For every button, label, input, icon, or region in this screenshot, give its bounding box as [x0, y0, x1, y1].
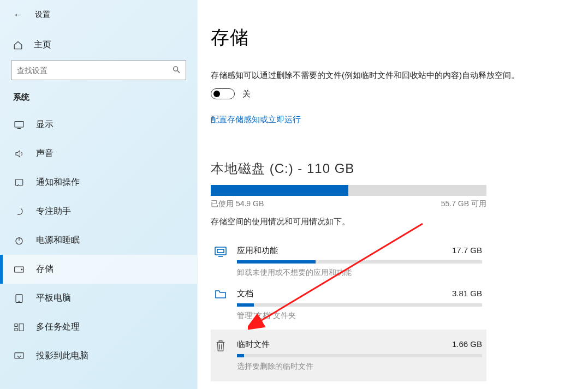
- sidebar-item-sound[interactable]: 声音: [0, 139, 197, 168]
- disk-free-label: 55.7 GB 可用: [441, 199, 486, 209]
- app-title: 设置: [35, 10, 50, 20]
- category-bar: [237, 260, 482, 264]
- sidebar-item-label: 平板电脑: [36, 292, 71, 304]
- apps-icon: [213, 246, 228, 258]
- category-bar: [237, 354, 482, 357]
- sidebar-nav: 显示 声音 通知和操作 专注助手 电源和睡眠: [0, 110, 197, 370]
- search-icon: [172, 65, 181, 76]
- sidebar-item-label: 显示: [36, 119, 54, 130]
- documents-icon: [213, 289, 228, 300]
- svg-point-0: [174, 67, 178, 71]
- storage-icon: [13, 266, 25, 273]
- sidebar-item-storage[interactable]: 存储: [0, 255, 197, 284]
- storage-sense-toggle-row: 关: [211, 88, 575, 99]
- svg-point-8: [21, 269, 22, 270]
- svg-rect-4: [15, 179, 23, 185]
- category-bar: [237, 303, 482, 307]
- tablet-icon: [13, 294, 25, 303]
- storage-sense-toggle[interactable]: [211, 88, 235, 99]
- home-icon: [13, 40, 23, 50]
- usage-note: 存储空间的使用情况和可用情况如下。: [211, 217, 575, 227]
- category-bar-fill: [237, 303, 254, 307]
- power-icon: [13, 236, 25, 246]
- sidebar-item-label: 多任务处理: [36, 321, 80, 333]
- project-icon: [13, 352, 25, 361]
- category-size: 17.7 GB: [452, 246, 482, 256]
- sidebar-home-label: 主页: [34, 39, 51, 51]
- category-temp-files[interactable]: 临时文件 1.66 GB 选择要删除的临时文件: [211, 330, 486, 381]
- disk-usage-fill: [211, 185, 348, 196]
- display-icon: [13, 121, 25, 129]
- category-body: 文档 3.81 GB 管理"文档"文件夹: [237, 289, 482, 321]
- category-label: 临时文件: [237, 339, 270, 350]
- svg-rect-2: [15, 121, 23, 127]
- storage-sense-description: 存储感知可以通过删除不需要的文件(例如临时文件和回收站中的内容)自动释放空间。: [211, 69, 575, 82]
- category-bar-fill: [237, 354, 244, 357]
- category-documents[interactable]: 文档 3.81 GB 管理"文档"文件夹: [211, 283, 486, 326]
- configure-storage-sense-link[interactable]: 配置存储感知或立即运行: [211, 115, 575, 125]
- sidebar-item-focus[interactable]: 专注助手: [0, 197, 197, 226]
- search-wrap: [11, 61, 186, 80]
- sidebar: ← 设置 主页 系统 显示 声音: [0, 0, 198, 389]
- disk-usage-bar: [211, 185, 486, 196]
- storage-categories: 应用和功能 17.7 GB 卸载未使用或不想要的应用和功能 文档 3.81 GB: [211, 240, 486, 381]
- sidebar-item-power[interactable]: 电源和睡眠: [0, 226, 197, 255]
- sidebar-section-title: 系统: [0, 92, 197, 110]
- svg-rect-11: [15, 324, 17, 326]
- sidebar-item-label: 专注助手: [36, 206, 71, 217]
- svg-rect-12: [15, 328, 17, 331]
- sidebar-home[interactable]: 主页: [0, 32, 197, 58]
- sidebar-item-tablet[interactable]: 平板电脑: [0, 284, 197, 313]
- notification-icon: [13, 178, 25, 188]
- sidebar-item-multitask[interactable]: 多任务处理: [0, 313, 197, 342]
- category-subtext: 卸载未使用或不想要的应用和功能: [237, 268, 482, 278]
- category-label: 文档: [237, 289, 253, 299]
- category-body: 应用和功能 17.7 GB 卸载未使用或不想要的应用和功能: [237, 246, 482, 278]
- sidebar-item-notify[interactable]: 通知和操作: [0, 168, 197, 197]
- sidebar-item-label: 投影到此电脑: [36, 350, 88, 362]
- sidebar-item-label: 电源和睡眠: [36, 235, 80, 246]
- svg-rect-16: [217, 249, 224, 253]
- back-icon[interactable]: ←: [13, 10, 23, 20]
- svg-rect-13: [19, 324, 23, 331]
- search-input[interactable]: [11, 61, 186, 80]
- sidebar-item-label: 存储: [36, 264, 54, 275]
- disk-used-label: 已使用 54.9 GB: [211, 199, 264, 209]
- sidebar-item-display[interactable]: 显示: [0, 110, 197, 139]
- topbar: ← 设置: [0, 0, 197, 25]
- multitask-icon: [13, 323, 25, 332]
- main-panel: 存储 存储感知可以通过删除不需要的文件(例如临时文件和回收站中的内容)自动释放空…: [198, 0, 588, 389]
- svg-rect-15: [215, 247, 226, 255]
- toggle-state-label: 关: [242, 89, 251, 99]
- category-subtext: 选择要删除的临时文件: [237, 362, 482, 372]
- sidebar-item-label: 通知和操作: [36, 177, 80, 188]
- disk-usage-labels: 已使用 54.9 GB 55.7 GB 可用: [211, 199, 486, 209]
- svg-line-1: [177, 71, 180, 73]
- page-title: 存储: [211, 25, 575, 50]
- sidebar-item-label: 声音: [36, 148, 54, 159]
- category-subtext: 管理"文档"文件夹: [237, 311, 482, 321]
- disk-title: 本地磁盘 (C:) - 110 GB: [211, 160, 575, 177]
- category-bar-fill: [237, 260, 316, 264]
- focus-icon: [13, 207, 25, 217]
- sound-icon: [13, 149, 25, 159]
- category-size: 3.81 GB: [452, 289, 482, 299]
- category-apps[interactable]: 应用和功能 17.7 GB 卸载未使用或不想要的应用和功能: [211, 240, 486, 283]
- sidebar-item-project[interactable]: 投影到此电脑: [0, 342, 197, 370]
- category-size: 1.66 GB: [452, 339, 482, 350]
- category-label: 应用和功能: [237, 246, 278, 256]
- trash-icon: [213, 339, 228, 352]
- category-body: 临时文件 1.66 GB 选择要删除的临时文件: [237, 339, 482, 372]
